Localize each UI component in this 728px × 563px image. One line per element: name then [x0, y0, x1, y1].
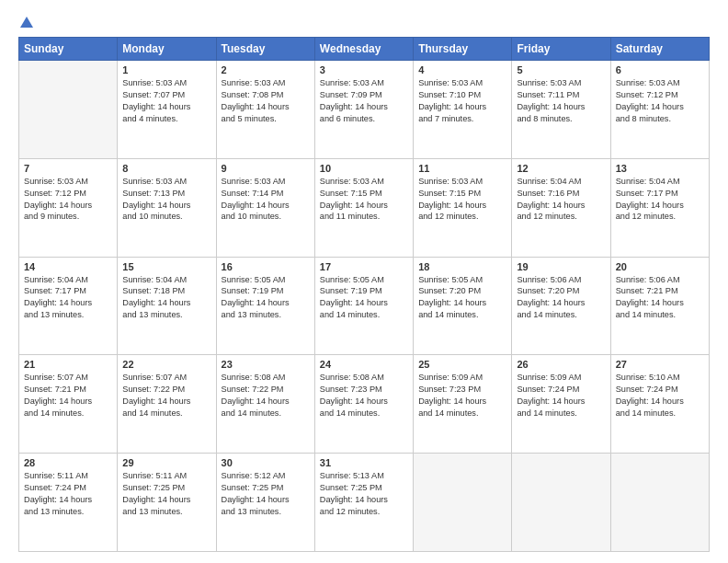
cell-line: Daylight: 14 hours: [222, 396, 310, 408]
cell-line: Daylight: 14 hours: [222, 101, 310, 113]
cell-line: and 14 minutes.: [616, 309, 704, 321]
day-number: 5: [517, 64, 605, 75]
cell-line: Sunrise: 5:03 AM: [517, 77, 605, 89]
calendar-cell: 13Sunrise: 5:04 AMSunset: 7:17 PMDayligh…: [610, 158, 709, 257]
cell-line: Daylight: 14 hours: [320, 494, 408, 506]
cell-line: Sunset: 7:15 PM: [418, 188, 506, 200]
calendar-cell: 9Sunrise: 5:03 AMSunset: 7:14 PMDaylight…: [216, 158, 314, 257]
cell-line: Sunrise: 5:03 AM: [418, 77, 506, 89]
cell-line: Sunrise: 5:04 AM: [616, 176, 704, 188]
day-number: 13: [616, 163, 704, 174]
calendar-header-row: SundayMondayTuesdayWednesdayThursdayFrid…: [19, 38, 710, 61]
day-number: 8: [122, 163, 210, 174]
calendar-cell: 8Sunrise: 5:03 AMSunset: 7:13 PMDaylight…: [118, 158, 216, 257]
calendar-row-0: 1Sunrise: 5:03 AMSunset: 7:07 PMDaylight…: [19, 61, 710, 159]
page: SundayMondayTuesdayWednesdayThursdayFrid…: [0, 0, 728, 563]
day-number: 11: [418, 163, 506, 174]
cell-line: Daylight: 14 hours: [122, 101, 210, 113]
cell-line: Sunrise: 5:03 AM: [122, 176, 210, 188]
cell-line: and 12 minutes.: [517, 211, 605, 223]
cell-line: Sunrise: 5:03 AM: [122, 77, 210, 89]
calendar-cell: 29Sunrise: 5:11 AMSunset: 7:25 PMDayligh…: [118, 454, 216, 552]
cell-line: and 13 minutes.: [122, 506, 210, 518]
calendar-header-thursday: Thursday: [414, 38, 512, 61]
day-number: 19: [517, 261, 605, 272]
cell-line: and 5 minutes.: [222, 113, 310, 125]
cell-line: Sunset: 7:25 PM: [320, 482, 408, 494]
cell-line: Sunset: 7:19 PM: [320, 285, 408, 297]
calendar-cell: 19Sunrise: 5:06 AMSunset: 7:20 PMDayligh…: [512, 257, 610, 355]
cell-line: and 12 minutes.: [616, 211, 704, 223]
calendar-cell: 7Sunrise: 5:03 AMSunset: 7:12 PMDaylight…: [19, 158, 118, 257]
cell-line: Daylight: 14 hours: [418, 200, 506, 212]
cell-line: Daylight: 14 hours: [222, 297, 310, 309]
cell-line: Sunset: 7:24 PM: [24, 482, 112, 494]
calendar-cell: 18Sunrise: 5:05 AMSunset: 7:20 PMDayligh…: [414, 257, 512, 355]
cell-line: Sunrise: 5:05 AM: [418, 274, 506, 286]
cell-line: Sunrise: 5:11 AM: [24, 470, 112, 482]
cell-line: and 14 minutes.: [418, 309, 506, 321]
cell-line: Sunset: 7:14 PM: [222, 188, 310, 200]
cell-line: Daylight: 14 hours: [122, 396, 210, 408]
cell-line: Sunrise: 5:04 AM: [24, 274, 112, 286]
day-number: 1: [122, 64, 210, 75]
day-number: 3: [320, 64, 408, 75]
cell-line: Sunrise: 5:11 AM: [122, 470, 210, 482]
cell-line: and 14 minutes.: [24, 408, 112, 419]
day-number: 6: [616, 64, 704, 75]
cell-line: and 13 minutes.: [24, 309, 112, 321]
calendar-cell: 16Sunrise: 5:05 AMSunset: 7:19 PMDayligh…: [216, 257, 314, 355]
cell-line: and 10 minutes.: [122, 211, 210, 223]
cell-line: and 10 minutes.: [222, 211, 310, 223]
day-number: 24: [320, 359, 408, 370]
cell-line: Daylight: 14 hours: [418, 297, 506, 309]
calendar-cell: 30Sunrise: 5:12 AMSunset: 7:25 PMDayligh…: [216, 454, 314, 552]
calendar-cell: 31Sunrise: 5:13 AMSunset: 7:25 PMDayligh…: [314, 454, 413, 552]
calendar-header-friday: Friday: [512, 38, 610, 61]
cell-line: Daylight: 14 hours: [320, 101, 408, 113]
day-number: 25: [418, 359, 506, 370]
cell-line: Sunset: 7:20 PM: [517, 285, 605, 297]
cell-line: and 14 minutes.: [616, 408, 704, 419]
cell-line: Daylight: 14 hours: [616, 297, 704, 309]
calendar-cell: 20Sunrise: 5:06 AMSunset: 7:21 PMDayligh…: [610, 257, 709, 355]
cell-line: and 14 minutes.: [222, 408, 310, 419]
calendar-cell: 14Sunrise: 5:04 AMSunset: 7:17 PMDayligh…: [19, 257, 118, 355]
day-number: 16: [222, 261, 310, 272]
day-number: 18: [418, 261, 506, 272]
cell-line: Sunset: 7:08 PM: [222, 89, 310, 101]
cell-line: Sunset: 7:12 PM: [24, 188, 112, 200]
cell-line: and 13 minutes.: [24, 506, 112, 518]
day-number: 31: [320, 457, 408, 468]
cell-line: and 11 minutes.: [320, 211, 408, 223]
cell-line: Sunrise: 5:03 AM: [616, 77, 704, 89]
cell-line: and 12 minutes.: [320, 506, 408, 518]
cell-line: and 14 minutes.: [517, 309, 605, 321]
cell-line: Sunrise: 5:10 AM: [616, 372, 704, 384]
cell-line: Sunrise: 5:09 AM: [517, 372, 605, 384]
calendar-cell: 12Sunrise: 5:04 AMSunset: 7:16 PMDayligh…: [512, 158, 610, 257]
cell-line: Daylight: 14 hours: [122, 494, 210, 506]
cell-line: Daylight: 14 hours: [517, 396, 605, 408]
cell-line: Daylight: 14 hours: [24, 200, 112, 212]
calendar-cell: [19, 61, 118, 159]
calendar-cell: 27Sunrise: 5:10 AMSunset: 7:24 PMDayligh…: [610, 355, 709, 454]
cell-line: Daylight: 14 hours: [122, 297, 210, 309]
cell-line: Sunset: 7:09 PM: [320, 89, 408, 101]
cell-line: and 8 minutes.: [616, 113, 704, 125]
header: [18, 15, 710, 29]
calendar-cell: 15Sunrise: 5:04 AMSunset: 7:18 PMDayligh…: [118, 257, 216, 355]
cell-line: and 14 minutes.: [320, 408, 408, 419]
cell-line: Sunrise: 5:06 AM: [517, 274, 605, 286]
cell-line: Sunset: 7:17 PM: [616, 188, 704, 200]
day-number: 27: [616, 359, 704, 370]
cell-line: Sunset: 7:11 PM: [517, 89, 605, 101]
day-number: 15: [122, 261, 210, 272]
day-number: 12: [517, 163, 605, 174]
day-number: 28: [24, 457, 112, 468]
calendar-header-wednesday: Wednesday: [314, 38, 413, 61]
cell-line: Sunset: 7:10 PM: [418, 89, 506, 101]
calendar-header-saturday: Saturday: [610, 38, 709, 61]
calendar-cell: 3Sunrise: 5:03 AMSunset: 7:09 PMDaylight…: [314, 61, 413, 159]
cell-line: Sunrise: 5:05 AM: [222, 274, 310, 286]
